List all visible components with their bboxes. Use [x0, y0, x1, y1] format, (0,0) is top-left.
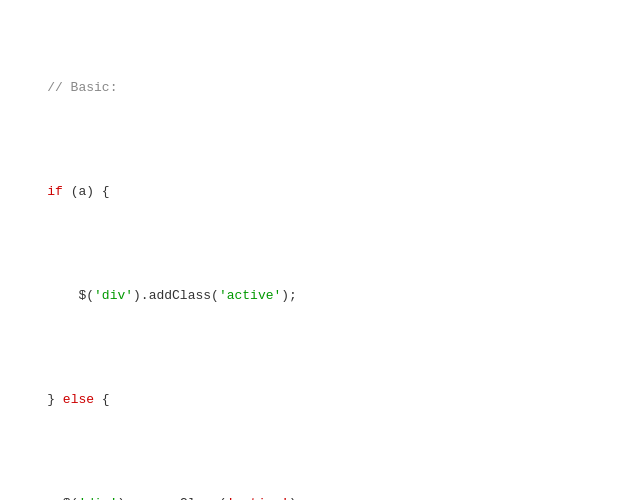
keyword-if: if — [47, 184, 63, 199]
string-active-2: 'active' — [227, 496, 289, 500]
code-editor: // Basic: if (a) { $('div').addClass('ac… — [16, 16, 614, 500]
code-line-4: } else { — [16, 370, 614, 432]
comment-basic: // Basic: — [47, 80, 117, 95]
code-line-2: if (a) { — [16, 162, 614, 224]
plain-4: { — [94, 392, 110, 407]
keyword-else: else — [63, 392, 94, 407]
string-active-1: 'active' — [219, 288, 281, 303]
code-line-1: // Basic: — [16, 58, 614, 120]
string-div-2: 'div' — [78, 496, 117, 500]
plain-3: } — [47, 392, 63, 407]
plain-5: $('div').removeClass('active'); — [47, 496, 304, 500]
plain-2: $('div').addClass('active'); — [47, 288, 297, 303]
plain-1: (a) { — [63, 184, 110, 199]
code-line-5: $('div').removeClass('active'); — [16, 474, 614, 500]
code-line-3: $('div').addClass('active'); — [16, 266, 614, 328]
string-div-1: 'div' — [94, 288, 133, 303]
